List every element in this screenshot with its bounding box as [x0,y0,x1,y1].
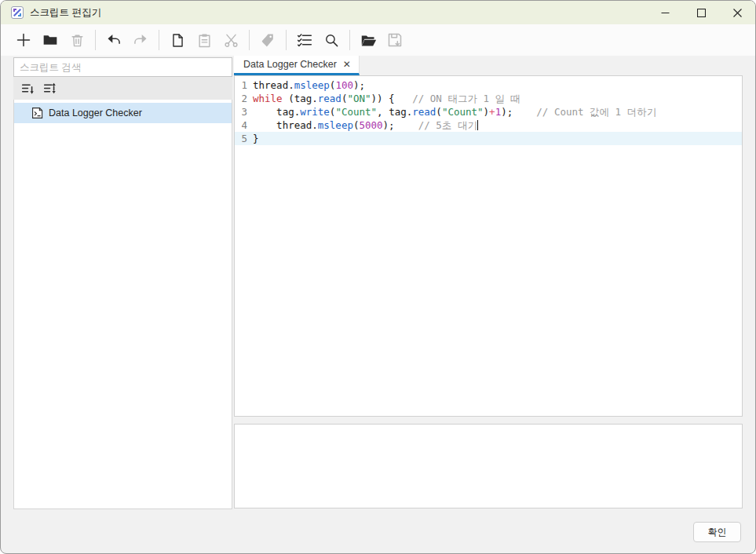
code-editor[interactable]: 1thread.msleep(100);2while (tag.read("ON… [234,75,743,417]
tab-data-logger-checker[interactable]: Data Logger Checker ✕ [234,56,360,75]
line-number: 5 [238,132,247,145]
text-cursor [477,120,478,130]
folder-icon [42,32,58,48]
code-line-1[interactable]: 1thread.msleep(100); [235,78,742,92]
minimize-button[interactable] [647,1,683,24]
code-token-number: 100 [335,79,353,91]
cut-button[interactable] [219,28,243,52]
tag-icon [261,33,276,48]
code-token-function: read [412,106,436,118]
save-icon [387,32,403,48]
tag-button[interactable] [256,28,279,52]
description-panel[interactable] [234,424,743,508]
paste-button[interactable] [192,28,216,52]
code-line-5[interactable]: 5} [235,132,742,145]
code-token-plain [395,93,413,104]
code-token-plain: thread. [253,119,318,131]
open-button[interactable] [356,28,380,52]
code-token-plain [513,106,536,118]
code-token-plain: ); [501,106,513,118]
new-script-button[interactable] [12,28,35,52]
code-token-plain: thread. [253,79,294,91]
plus-icon [16,32,31,48]
maximize-button[interactable] [683,1,719,24]
line-number: 1 [238,78,247,92]
editor-tabbar: Data Logger Checker ✕ [234,56,743,75]
toolbar-separator [349,30,350,50]
tree-item-data-logger-checker[interactable]: Data Logger Checker [14,103,232,123]
save-button[interactable] [383,28,407,52]
folder-open-icon [360,32,377,49]
script-tree: Data Logger Checker [13,100,232,509]
tree-toolbar [13,77,232,100]
redo-button[interactable] [129,28,152,52]
new-folder-button[interactable] [38,28,62,52]
code-lines: 1thread.msleep(100);2while (tag.read("ON… [235,78,742,145]
minimize-icon [661,9,670,17]
code-line-4[interactable]: 4 thread.msleep(5000); // 5초 대기 [235,118,742,132]
line-number: 3 [238,105,247,118]
code-token-comment: // Count 값에 1 더하기 [536,106,656,118]
script-icon [31,107,44,119]
copy-icon [170,33,185,48]
window-title: 스크립트 편집기 [30,6,101,20]
redo-icon [133,32,148,48]
code-token-plain: ) [484,106,490,118]
code-token-plain: )) { [371,93,395,104]
delete-button[interactable] [65,28,89,52]
maximize-icon [697,9,706,17]
app-logo-icon [11,6,24,19]
code-token-keyword: while [253,93,283,104]
tree-item-label: Data Logger Checker [49,108,142,118]
code-token-plain: ( [436,106,442,118]
trash-icon [70,33,85,48]
code-token-function: write [300,106,330,118]
find-button[interactable] [320,28,343,52]
ok-button[interactable]: 확인 [693,522,741,542]
code-line-3[interactable]: 3 tag.write("Count", tag.read("Count")+1… [235,105,742,118]
code-token-function: msleep [294,79,330,91]
paste-icon [197,33,212,48]
script-list-button[interactable] [293,28,316,52]
close-icon [733,9,742,17]
cut-icon [224,33,239,48]
script-editor-window: 스크립트 편집기 [0,0,756,554]
code-token-plain [395,119,418,131]
tab-close-icon[interactable]: ✕ [343,60,351,69]
code-token-string: "ON" [347,93,371,104]
expand-all-button[interactable] [40,79,59,98]
toolbar [1,24,755,56]
code-token-plain: ); [383,119,395,131]
search-icon [324,33,339,48]
line-number: 2 [238,92,247,105]
code-token-function: msleep [318,119,353,131]
toolbar-separator [95,30,96,50]
code-token-function: read [318,93,341,104]
code-token-number: 5000 [359,119,382,131]
expand-all-icon [43,82,57,95]
code-line-2[interactable]: 2while (tag.read("ON")) { // ON 태그가 1 일 … [235,92,742,105]
code-token-plain: tag. [253,106,300,118]
collapse-all-icon [21,82,35,95]
collapse-all-button[interactable] [18,79,37,98]
titlebar: 스크립트 편집기 [1,1,755,24]
code-token-comment: // ON 태그가 1 일 때 [412,93,520,104]
code-token-plain: (tag. [283,93,318,104]
script-search-input[interactable] [13,57,232,77]
toolbar-separator [159,30,159,50]
undo-button[interactable] [102,28,126,52]
code-token-operator: + [489,106,495,118]
code-token-plain: ); [353,79,365,91]
code-token-plain: } [253,133,259,144]
undo-icon [106,32,122,48]
line-number: 4 [238,118,247,132]
close-button[interactable] [719,1,755,24]
toolbar-separator [249,30,250,50]
checklist-icon [297,32,312,48]
copy-button[interactable] [166,28,189,52]
tab-label: Data Logger Checker [243,59,337,70]
code-token-string: "Count" [442,106,484,118]
toolbar-separator [286,30,287,50]
code-token-string: "Count" [335,106,377,118]
code-token-comment: // 5초 대기 [418,119,477,131]
